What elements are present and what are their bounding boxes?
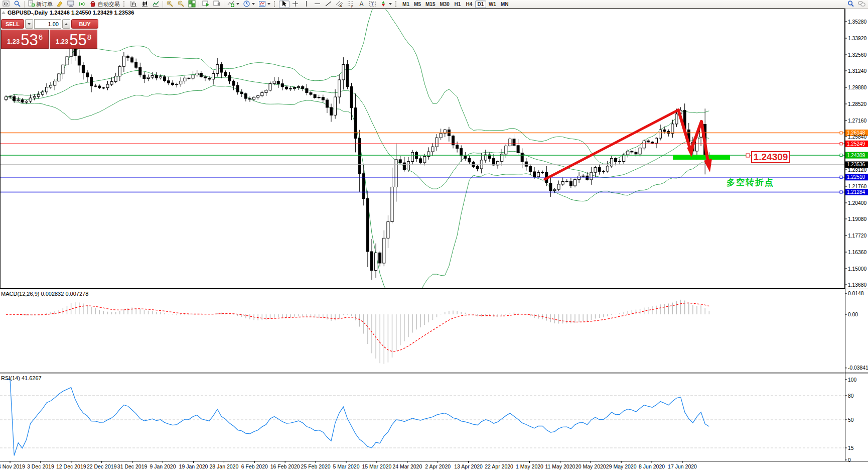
metaeditor-icon: [56, 0, 64, 9]
svg-text:1.19080: 1.19080: [848, 216, 866, 222]
timeframe-button-m15[interactable]: M15: [423, 1, 437, 8]
terminal-icon[interactable]: [66, 1, 76, 8]
svg-text:19 Jan 2020: 19 Jan 2020: [179, 463, 208, 469]
fibonacci-icon[interactable]: F: [345, 1, 356, 8]
chevron-down-icon[interactable]: [236, 3, 239, 5]
zoom-out-icon[interactable]: [176, 1, 186, 8]
svg-text:0.0148: 0.0148: [848, 291, 864, 296]
equidistant-channel-icon: E: [336, 0, 343, 9]
volume-up-button[interactable]: [62, 19, 70, 29]
buy-price-big: 55: [69, 33, 86, 47]
volume-input[interactable]: [34, 19, 61, 29]
terminal-icon: [67, 0, 75, 9]
cursor-icon[interactable]: [279, 1, 290, 8]
svg-text:0: 0: [848, 457, 851, 463]
sell-price-sup: 6: [39, 33, 43, 41]
signal-icon: [78, 0, 86, 9]
svg-text:1.27160: 1.27160: [848, 118, 866, 124]
vertical-line-icon: [303, 0, 310, 9]
svg-text:6 Feb 2020: 6 Feb 2020: [241, 463, 268, 469]
template-icon: [258, 0, 266, 9]
chart-shift-icon[interactable]: [212, 1, 222, 8]
arrows-icon[interactable]: [378, 1, 393, 8]
label-anchor-handle[interactable]: [746, 154, 750, 157]
timeframe-button-w1[interactable]: W1: [487, 1, 498, 8]
template-icon[interactable]: [257, 1, 272, 8]
panel-collapse-icon[interactable]: [2, 11, 6, 14]
horizontal-line-icon[interactable]: [312, 1, 323, 8]
sell-button[interactable]: SELL: [1, 19, 24, 29]
svg-text:2 Apr 2020: 2 Apr 2020: [425, 463, 451, 469]
buy-price-tile[interactable]: 1.23 55 8: [50, 30, 97, 49]
toolbar-drag-handle[interactable]: [274, 1, 276, 7]
svg-text:22 Dec 2019: 22 Dec 2019: [87, 463, 117, 469]
candlestick-mode-icon[interactable]: [139, 1, 150, 8]
mt4-window: 1.261481.252491.243091.235361.225101.212…: [0, 0, 868, 472]
sell-price-big: 53: [21, 33, 38, 47]
svg-text:1.17720: 1.17720: [848, 233, 866, 239]
svg-text:1.31240: 1.31240: [848, 68, 866, 74]
toolbar-drag-handle[interactable]: [395, 1, 398, 7]
new-order-button[interactable]: 新订单: [26, 1, 54, 8]
svg-text:1.13680: 1.13680: [848, 282, 866, 288]
support-price-label[interactable]: 1.24309: [751, 151, 790, 163]
equidistant-channel-icon[interactable]: E: [334, 1, 345, 8]
trendline-icon[interactable]: [323, 1, 334, 8]
text-icon[interactable]: A: [356, 1, 367, 8]
svg-text:E: E: [340, 5, 342, 8]
signal-icon[interactable]: [77, 1, 87, 8]
tile-windows-icon[interactable]: [187, 1, 197, 8]
toolbar-drag-handle[interactable]: [123, 1, 126, 7]
svg-text:80: 80: [848, 393, 854, 399]
buy-button[interactable]: BUY: [71, 19, 98, 29]
new-order-icon: [28, 0, 35, 9]
pivot-annotation-text[interactable]: 多空转折点: [727, 177, 774, 188]
volume-down-button[interactable]: [25, 19, 33, 29]
timeframe-button-mn[interactable]: MN: [499, 1, 511, 8]
chevron-down-icon[interactable]: [252, 3, 255, 5]
metaeditor-icon[interactable]: [55, 1, 65, 8]
chevron-down-icon[interactable]: [389, 3, 392, 5]
chart-window-icon[interactable]: [1, 1, 12, 8]
svg-text:24 Mar 2020: 24 Mar 2020: [392, 463, 422, 469]
svg-text:1.32560: 1.32560: [848, 52, 866, 58]
svg-text:15: 15: [848, 445, 854, 451]
periods-icon: [243, 0, 250, 9]
sell-price-small: 1.23: [7, 38, 20, 45]
bar-chart-mode-icon[interactable]: [128, 1, 139, 8]
timeframe-button-h1[interactable]: H1: [452, 1, 463, 8]
svg-text:3 Dec 2019: 3 Dec 2019: [27, 463, 54, 469]
horizontal-line-icon: [314, 0, 321, 9]
svg-text:1.24309: 1.24309: [847, 153, 865, 158]
svg-text:11 May 2020: 11 May 2020: [545, 463, 575, 469]
crosshair-preview-icon[interactable]: [12, 1, 23, 8]
timeframe-button-m5[interactable]: M5: [412, 1, 423, 8]
indicators-icon[interactable]: [226, 1, 241, 8]
support-highlight-bar[interactable]: [673, 155, 730, 160]
timeframe-button-m1[interactable]: M1: [400, 1, 411, 8]
zoom-in-icon[interactable]: [165, 1, 175, 8]
vertical-line-icon[interactable]: [301, 1, 312, 8]
periods-icon[interactable]: [241, 1, 256, 8]
candlestick-mode-icon: [141, 0, 149, 9]
timeframe-button-h4[interactable]: H4: [464, 1, 475, 8]
timeframe-button-m30[interactable]: M30: [438, 1, 451, 8]
svg-text:31 Dec 2019: 31 Dec 2019: [117, 463, 148, 469]
chevron-down-icon[interactable]: [267, 3, 270, 5]
text-label-icon[interactable]: T: [367, 1, 378, 8]
svg-text:1.21284: 1.21284: [847, 189, 865, 195]
rsi-label: RSI(14) 41.6267: [1, 375, 42, 381]
svg-text:12 Dec 2019: 12 Dec 2019: [56, 463, 86, 469]
svg-text:16 Feb 2020: 16 Feb 2020: [270, 463, 300, 469]
timeframe-button-d1[interactable]: D1: [475, 1, 486, 8]
chat-icon[interactable]: [856, 1, 867, 8]
line-chart-mode-icon[interactable]: [151, 1, 161, 8]
search-icon[interactable]: [845, 1, 856, 8]
crosshair-icon[interactable]: [290, 1, 301, 8]
sell-price-tile[interactable]: 1.23 53 6: [1, 30, 49, 49]
autotrade-button[interactable]: 自动交易: [88, 1, 121, 8]
line-chart-mode-icon: [152, 0, 160, 9]
svg-text:100: 100: [848, 377, 856, 383]
text-label-icon: T: [369, 0, 376, 9]
autoscroll-icon[interactable]: [201, 1, 211, 8]
